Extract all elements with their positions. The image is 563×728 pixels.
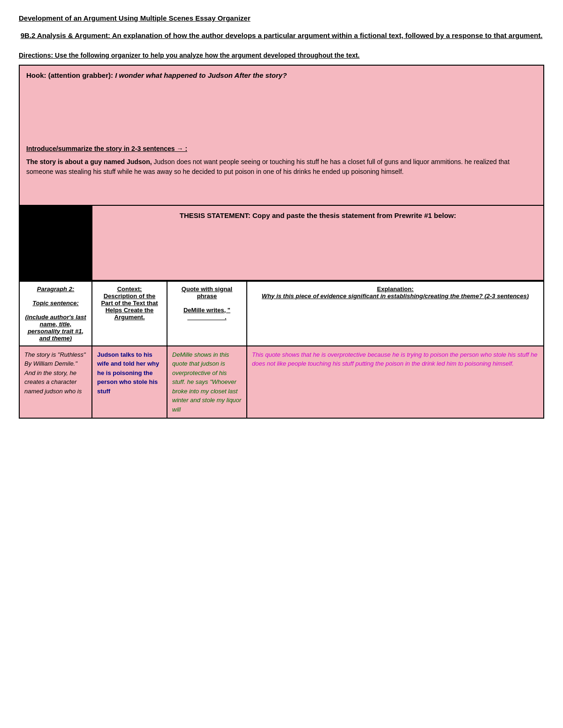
directions-label: Directions: bbox=[19, 52, 53, 59]
data-explanation-text: This quote shows that he is overprotecti… bbox=[252, 351, 537, 368]
directions: Directions: Use the following organizer … bbox=[19, 52, 544, 59]
header-col-context: Context: Description of the Part of the … bbox=[92, 281, 167, 346]
hook-label-text: Hook: (attention grabber): bbox=[26, 71, 113, 79]
table-data-row: The story is "Ruthless" By William Demil… bbox=[19, 346, 544, 419]
table-header-row: Paragraph 2: Topic sentence: (include au… bbox=[19, 281, 544, 346]
main-title: Development of an Argument Using Multipl… bbox=[19, 14, 544, 22]
introduce-label: Introduce/summarize the story in 2-3 sen… bbox=[26, 145, 537, 152]
context-header: Context: bbox=[117, 285, 142, 293]
thesis-black-cell bbox=[20, 206, 92, 280]
header-col-explanation: Explanation: Why is this piece of eviden… bbox=[247, 281, 544, 346]
quote-blank: ___________. bbox=[187, 314, 226, 321]
header-col-quote: Quote with signal phrase DeMille writes,… bbox=[167, 281, 247, 346]
subtitle: 9B.2 Analysis & Argument: An explanation… bbox=[19, 30, 544, 41]
explanation-subtext: Why is this piece of evidence significan… bbox=[262, 293, 529, 300]
header-col-paragraph: Paragraph 2: Topic sentence: (include au… bbox=[19, 281, 92, 346]
data-quote-text: DeMille shows in this quote that judson … bbox=[172, 351, 241, 413]
story-summary-bold: The story is about a guy named Judson, bbox=[26, 158, 152, 165]
directions-text: Use the following organizer to help you … bbox=[53, 52, 359, 59]
data-col-paragraph: The story is "Ruthless" By William Demil… bbox=[19, 346, 92, 419]
data-paragraph-text: The story is "Ruthless" By William Demil… bbox=[24, 351, 86, 395]
thesis-row: THESIS STATEMENT: Copy and paste the the… bbox=[19, 206, 544, 281]
hook-label: Hook: (attention grabber): I wonder what… bbox=[26, 71, 287, 79]
explanation-header: Explanation: bbox=[377, 285, 413, 293]
data-col-explanation: This quote shows that he is overprotecti… bbox=[247, 346, 544, 419]
hook-box: Hook: (attention grabber): I wonder what… bbox=[19, 65, 544, 206]
organizer-table: Paragraph 2: Topic sentence: (include au… bbox=[19, 281, 544, 419]
data-context-text: Judson talks to his wife and told her wh… bbox=[97, 351, 159, 395]
para-label: Paragraph 2: bbox=[37, 285, 74, 293]
data-col-context: Judson talks to his wife and told her wh… bbox=[92, 346, 167, 419]
thesis-content-cell: THESIS STATEMENT: Copy and paste the the… bbox=[92, 206, 543, 280]
hook-text: I wonder what happened to Judson After t… bbox=[115, 71, 287, 79]
context-subtext: Description of the Part of the Text that… bbox=[101, 293, 158, 321]
quote-example: DeMille writes, " bbox=[183, 307, 230, 314]
thesis-label: THESIS STATEMENT: Copy and paste the the… bbox=[100, 211, 536, 219]
data-col-quote: DeMille shows in this quote that judson … bbox=[167, 346, 247, 419]
story-summary: The story is about a guy named Judson, J… bbox=[26, 157, 537, 177]
include-note: (include author's last name, title, pers… bbox=[25, 314, 86, 342]
quote-header: Quote with signal phrase bbox=[182, 285, 232, 300]
topic-label: Topic sentence: bbox=[32, 300, 78, 307]
